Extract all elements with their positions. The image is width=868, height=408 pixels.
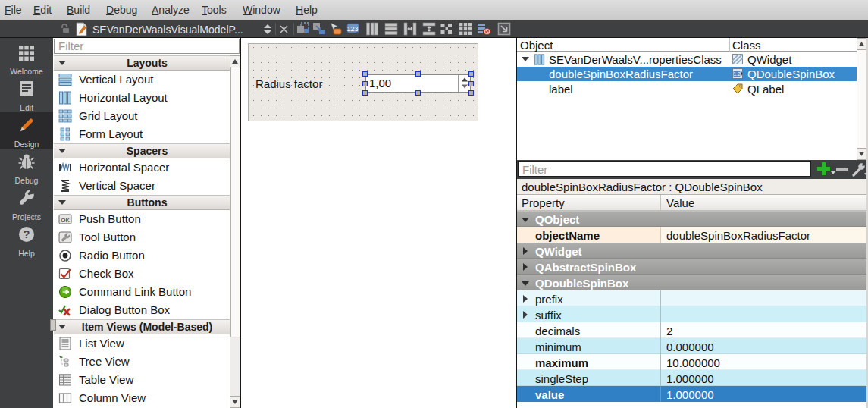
svg-text:OK: OK bbox=[61, 217, 70, 224]
svg-text:123: 123 bbox=[346, 25, 358, 33]
svg-text:1.2: 1.2 bbox=[733, 71, 740, 77]
svg-text:?: ? bbox=[24, 228, 30, 240]
